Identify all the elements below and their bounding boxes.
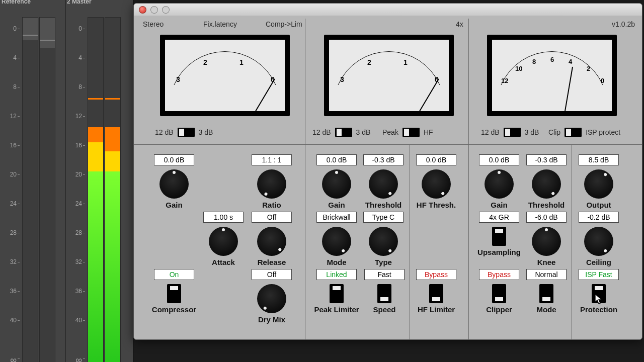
oversample-label[interactable]: 4x xyxy=(456,20,463,28)
minimize-icon[interactable] xyxy=(150,6,158,14)
meter-pair xyxy=(88,17,121,362)
vu-range-toggle[interactable]: 12 dB 3 dB xyxy=(312,128,370,137)
vu-gauge-icon: 3 2 1 0 xyxy=(165,40,285,111)
svg-text:10: 10 xyxy=(515,65,522,72)
vu-meter-limiter: 3 2 1 0 xyxy=(324,35,454,116)
svg-text:6: 6 xyxy=(550,56,554,63)
svg-text:1: 1 xyxy=(404,58,408,66)
clip-threshold-knob[interactable]: -0.3 dB Threshold xyxy=(523,154,570,209)
svg-text:2: 2 xyxy=(367,58,371,66)
vu-meter-compressor: 3 2 1 0 xyxy=(160,35,290,116)
vu-meter-clipper: 12 10 8 6 4 2 0 xyxy=(487,35,617,116)
svg-text:2: 2 xyxy=(587,65,590,72)
svg-text:1: 1 xyxy=(239,58,244,66)
svg-text:3: 3 xyxy=(176,75,180,83)
clip-meter-mode-toggle[interactable]: Clip ISP protect xyxy=(548,128,620,137)
comp-release-knob[interactable]: Off Release xyxy=(249,212,295,266)
lim-gain-knob[interactable]: 0.0 dB Gain xyxy=(313,154,360,209)
lim-type-knob[interactable]: Type C Type xyxy=(360,212,407,266)
svg-text:0: 0 xyxy=(601,77,604,84)
track-title: 2 Master xyxy=(67,0,131,7)
close-icon[interactable] xyxy=(139,6,146,14)
knee-knob[interactable]: -6.0 dB Knee xyxy=(523,212,570,266)
svg-text:12: 12 xyxy=(501,77,508,84)
vu-range-toggle[interactable]: 12 dB 3 dB xyxy=(155,128,213,137)
limiter-meter-source-toggle[interactable]: Peak HF xyxy=(382,128,433,137)
svg-line-17 xyxy=(565,67,573,111)
clipper-toggle[interactable]: Bypass Clipper xyxy=(476,269,522,314)
protection-toggle[interactable]: ISP Fast Protection xyxy=(576,269,622,314)
hf-limiter-toggle[interactable]: Bypass HF Limiter xyxy=(413,269,459,314)
track-meters-panel: Reference 0 4 8 12 16 20 24 28 32 36 40 … xyxy=(0,0,133,362)
svg-text:2: 2 xyxy=(203,58,207,66)
processing-chain[interactable]: Comp->Lim xyxy=(266,20,302,28)
vu-gauge-icon: 3 2 1 0 xyxy=(329,40,449,111)
comp-attack-knob[interactable]: 1.00 s Attack xyxy=(200,212,247,266)
channel-mode[interactable]: Stereo xyxy=(143,20,164,28)
channel-left xyxy=(88,17,104,362)
compressor-toggle[interactable]: On Compressor xyxy=(151,269,197,314)
window-titlebar[interactable] xyxy=(134,4,642,16)
hf-threshold-knob[interactable]: 0.0 dB HF Thresh. xyxy=(413,154,459,209)
track-title: Reference xyxy=(2,0,63,7)
comp-gain-knob[interactable]: 0.0 dB Gain xyxy=(151,154,197,209)
svg-line-9 xyxy=(420,79,439,111)
ceiling-knob[interactable]: -0.2 dB Ceiling xyxy=(576,212,622,266)
version-label: v1.0.2b xyxy=(612,20,635,28)
svg-text:8: 8 xyxy=(532,58,536,65)
channel-right xyxy=(39,17,55,362)
peak-limiter-toggle[interactable]: Linked Peak Limiter xyxy=(311,269,362,314)
plugin-header: Stereo Fix.latency Comp->Lim 4x v1.0.2b xyxy=(134,19,642,31)
svg-text:3: 3 xyxy=(340,75,344,83)
meter-pair xyxy=(22,17,55,362)
output-knob[interactable]: 8.5 dB Output xyxy=(576,154,622,209)
svg-text:4: 4 xyxy=(569,58,573,65)
latency-mode[interactable]: Fix.latency xyxy=(203,20,237,28)
vu-gauge-icon: 12 10 8 6 4 2 0 xyxy=(492,40,612,111)
channel-left xyxy=(22,17,38,362)
clip-mode-toggle[interactable]: Normal Mode xyxy=(523,269,570,314)
channel-right xyxy=(105,17,121,362)
vu-range-toggle[interactable]: 12 dB 3 dB xyxy=(481,128,539,137)
clip-gain-knob[interactable]: 0.0 dB Gain xyxy=(476,154,522,209)
lim-mode-knob[interactable]: Brickwall Mode xyxy=(313,212,360,266)
track-reference: Reference 0 4 8 12 16 20 24 28 32 36 40 … xyxy=(0,0,65,362)
traffic-lights xyxy=(139,6,170,14)
upsampling-toggle[interactable]: 4x GR Upsampling xyxy=(474,212,524,256)
dry-mix-knob[interactable]: Off Dry Mix xyxy=(249,269,295,324)
track-master: 2 Master 0 4 8 12 16 20 24 28 32 36 40 ∞ xyxy=(65,0,133,362)
lim-speed-toggle[interactable]: Fast Speed xyxy=(361,269,408,314)
plugin-window: Stereo Fix.latency Comp->Lim 4x v1.0.2b … xyxy=(133,3,642,340)
comp-ratio-knob[interactable]: 1.1 : 1 Ratio xyxy=(249,154,295,209)
svg-line-4 xyxy=(256,79,275,111)
lim-threshold-knob[interactable]: -0.3 dB Threshold xyxy=(360,154,407,209)
zoom-icon[interactable] xyxy=(162,6,170,14)
